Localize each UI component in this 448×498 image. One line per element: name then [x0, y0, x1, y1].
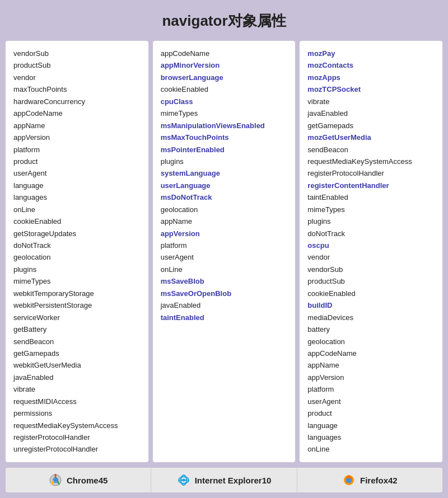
- list-item: onLine: [161, 264, 288, 275]
- list-item: msMaxTouchPoints: [161, 131, 288, 143]
- chrome-icon: [49, 473, 62, 487]
- firefox-icon: [342, 473, 356, 487]
- list-item: registerContentHandler: [307, 180, 435, 191]
- list-item: getStorageUpdates: [13, 228, 141, 239]
- list-item: platform: [161, 239, 288, 251]
- list-item: javaEnabled: [307, 107, 435, 119]
- list-item: doNotTrack: [13, 239, 141, 251]
- column-firefox: mozPaymozContactsmozAppsmozTCPSocketvibr…: [300, 41, 442, 462]
- list-item: appCodeName: [307, 347, 435, 359]
- list-item: msSaveOrOpenBlob: [161, 288, 288, 299]
- list-item: platform: [307, 383, 435, 395]
- list-item: mozPay: [307, 48, 435, 59]
- list-item: doNotTrack: [307, 228, 435, 239]
- list-item: mimeTypes: [13, 275, 141, 287]
- list-item: productSub: [307, 275, 435, 287]
- list-item: hardwareConcurrency: [13, 96, 141, 107]
- list-item: unregisterProtocolHandler: [13, 443, 141, 455]
- list-item: plugins: [13, 264, 141, 275]
- list-item: onLine: [13, 204, 141, 215]
- list-item: registerProtocolHandler: [307, 167, 435, 179]
- list-item: mimeTypes: [161, 107, 288, 119]
- list-item: plugins: [161, 156, 288, 167]
- list-item: appCodeName: [161, 48, 288, 59]
- footer-label-firefox: Firefox42: [360, 476, 398, 485]
- list-item: languages: [307, 431, 435, 443]
- list-item: mozApps: [307, 72, 435, 83]
- list-item: geolocation: [307, 336, 435, 347]
- list-item: vibrate: [307, 96, 435, 107]
- list-item: plugins: [307, 215, 435, 227]
- footer-label-chrome: Chrome45: [67, 476, 108, 485]
- list-item: appName: [13, 120, 141, 131]
- list-item: mozTCPSocket: [307, 83, 435, 95]
- list-item: requestMediaKeySystemAccess: [13, 420, 141, 431]
- list-item: appVersion: [13, 131, 141, 143]
- list-item: requestMIDIAccess: [13, 396, 141, 407]
- list-item: appCodeName: [13, 107, 141, 119]
- footer-item-firefox: Firefox42: [297, 468, 442, 492]
- list-item: vendorSub: [307, 264, 435, 275]
- footer-bar: Chrome45 Internet Explorer10 Firefox42: [6, 468, 442, 492]
- list-item: getBattery: [13, 323, 141, 335]
- list-item: requestMediaKeySystemAccess: [307, 156, 435, 167]
- list-item: taintEnabled: [307, 191, 435, 203]
- list-item: sendBeacon: [307, 144, 435, 156]
- footer-item-ie: Internet Explorer10: [151, 468, 297, 492]
- list-item: javaEnabled: [13, 372, 141, 383]
- svg-point-2: [53, 478, 57, 482]
- list-item: mimeTypes: [307, 204, 435, 215]
- list-item: sendBeacon: [13, 336, 141, 347]
- list-item: msManipulationViewsEnabled: [161, 120, 288, 131]
- list-item: getGamepads: [13, 347, 141, 359]
- list-item: userAgent: [307, 396, 435, 407]
- list-item: buildID: [307, 299, 435, 311]
- list-item: vibrate: [13, 383, 141, 395]
- list-item: webkitGetUserMedia: [13, 359, 141, 371]
- list-item: permissions: [13, 407, 141, 419]
- list-item: mediaDevices: [307, 312, 435, 323]
- list-item: maxTouchPoints: [13, 83, 141, 95]
- list-item: userAgent: [161, 251, 288, 263]
- list-item: msDoNotTrack: [161, 191, 288, 203]
- list-item: msSaveBlob: [161, 275, 288, 287]
- list-item: userAgent: [13, 167, 141, 179]
- list-item: appName: [307, 359, 435, 371]
- list-item: browserLanguage: [161, 72, 288, 83]
- list-item: appName: [161, 215, 288, 227]
- list-item: vendorSub: [13, 48, 141, 59]
- list-item: language: [13, 180, 141, 191]
- list-item: systemLanguage: [161, 167, 288, 179]
- list-item: mozContacts: [307, 59, 435, 71]
- list-item: cookieEnabled: [161, 83, 288, 95]
- list-item: taintEnabled: [161, 312, 288, 323]
- list-item: getGamepads: [307, 120, 435, 131]
- list-item: onLine: [307, 443, 435, 455]
- list-item: appMinorVersion: [161, 59, 288, 71]
- page-title: navigator对象属性: [162, 11, 286, 31]
- column-ie: appCodeNameappMinorVersionbrowserLanguag…: [153, 41, 296, 462]
- list-item: javaEnabled: [161, 299, 288, 311]
- list-item: registerProtocolHandler: [13, 431, 141, 443]
- footer-label-ie: Internet Explorer10: [195, 476, 272, 485]
- list-item: languages: [13, 191, 141, 203]
- footer-item-chrome: Chrome45: [6, 468, 151, 492]
- list-item: vendor: [307, 251, 435, 263]
- list-item: product: [13, 156, 141, 167]
- list-item: cpuClass: [161, 96, 288, 107]
- list-item: cookieEnabled: [13, 215, 141, 227]
- list-item: language: [307, 420, 435, 431]
- list-item: platform: [13, 144, 141, 156]
- ie-icon: [177, 473, 190, 487]
- columns-wrapper: vendorSubproductSubvendormaxTouchPointsh…: [6, 41, 442, 462]
- list-item: webkitTemporaryStorage: [13, 288, 141, 299]
- list-item: battery: [307, 323, 435, 335]
- list-item: userLanguage: [161, 180, 288, 191]
- list-item: appVersion: [307, 372, 435, 383]
- list-item: serviceWorker: [13, 312, 141, 323]
- list-item: oscpu: [307, 239, 435, 251]
- list-item: productSub: [13, 59, 141, 71]
- list-item: cookieEnabled: [307, 288, 435, 299]
- list-item: appVersion: [161, 228, 288, 239]
- list-item: webkitPersistentStorage: [13, 299, 141, 311]
